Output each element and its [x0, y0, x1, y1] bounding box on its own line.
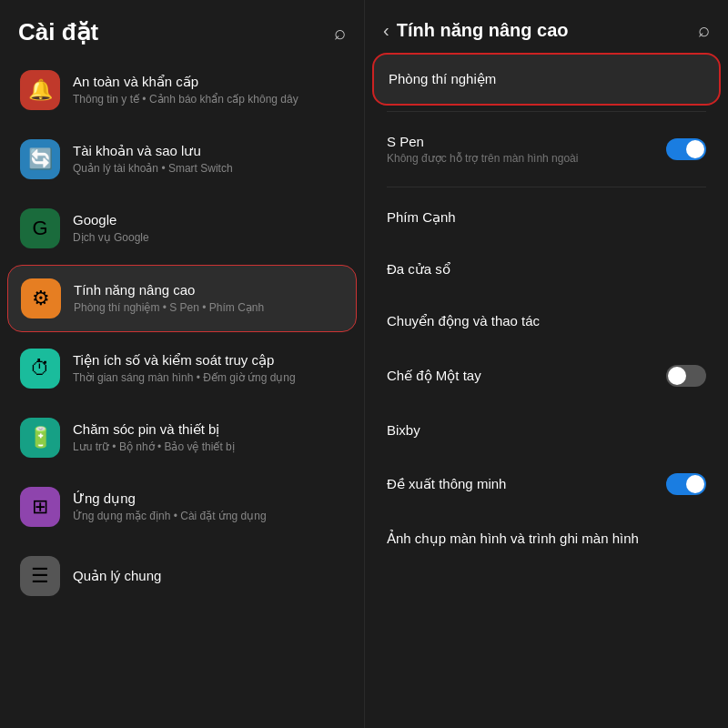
digital-subtitle: Thời gian sáng màn hình • Đếm giờ ứng dụ…: [73, 370, 296, 386]
right-panel-title: Tính năng nâng cao: [397, 20, 569, 41]
google-title: Google: [73, 211, 149, 229]
settings-item-advanced[interactable]: ⚙Tính năng nâng caoPhòng thí nghiệm • S …: [7, 265, 357, 332]
settings-item-battery[interactable]: 🔋Chăm sóc pin và thiết bịLưu trữ • Bộ nh…: [7, 405, 357, 470]
spen-title: S Pen: [387, 134, 578, 149]
right-item-edge[interactable]: Phím Cạnh: [372, 193, 721, 242]
settings-item-account[interactable]: 🔄Tài khoản và sao lưuQuản lý tài khoản •…: [7, 126, 357, 192]
spen-subtitle: Không được hỗ trợ trên màn hình ngoài: [387, 152, 578, 165]
suggest-title: Đề xuất thông minh: [387, 476, 506, 492]
left-panel: Cài đặt ⌕ 🔔An toàn và khẩn cấpThông tin …: [0, 0, 364, 728]
safety-subtitle: Thông tin y tế • Cảnh báo khẩn cấp không…: [73, 92, 298, 107]
suggest-text: Đề xuất thông minh: [387, 476, 506, 492]
right-item-suggest[interactable]: Đề xuất thông minh: [372, 457, 721, 511]
left-panel-title: Cài đặt: [18, 18, 98, 46]
divider-0: [387, 111, 706, 112]
settings-item-google[interactable]: GGoogleDịch vụ Google: [7, 196, 357, 261]
battery-subtitle: Lưu trữ • Bộ nhớ • Bảo vệ thiết bị: [73, 440, 235, 455]
left-header: Cài đặt ⌕: [0, 0, 364, 57]
general-text-group: Quản lý chung: [73, 567, 161, 585]
multiwindow-text: Đa cửa sổ: [387, 261, 450, 278]
google-subtitle: Dịch vụ Google: [73, 230, 149, 246]
multiwindow-title: Đa cửa sổ: [387, 261, 450, 278]
motion-text: Chuyển động và thao tác: [387, 313, 540, 329]
digital-text-group: Tiện ích số và kiểm soát truy cậpThời gi…: [73, 351, 296, 386]
right-header: ‹ Tính năng nâng cao ⌕: [365, 0, 728, 53]
google-text-group: GoogleDịch vụ Google: [73, 211, 149, 246]
safety-text-group: An toàn và khẩn cấpThông tin y tế • Cảnh…: [73, 73, 298, 107]
spen-toggle[interactable]: [666, 138, 706, 160]
account-subtitle: Quản lý tài khoản • Smart Switch: [73, 161, 233, 177]
settings-item-apps[interactable]: ⊞Ứng dụngỨng dụng mặc định • Cài đặt ứng…: [7, 474, 357, 540]
safety-title: An toàn và khẩn cấp: [73, 73, 298, 91]
general-title: Quản lý chung: [73, 567, 161, 585]
settings-item-general[interactable]: ☰Quản lý chung: [7, 543, 357, 609]
apps-icon: ⊞: [20, 487, 60, 527]
digital-title: Tiện ích số và kiểm soát truy cập: [73, 351, 296, 369]
google-icon: G: [20, 208, 60, 248]
right-search-button[interactable]: ⌕: [698, 18, 710, 42]
right-list: Phòng thí nghiệmS PenKhông được hỗ trợ t…: [365, 53, 728, 728]
lab-text: Phòng thí nghiệm: [389, 71, 496, 87]
spen-text: S PenKhông được hỗ trợ trên màn hình ngo…: [387, 134, 578, 165]
divider-1: [387, 187, 706, 187]
advanced-title: Tính năng nâng cao: [74, 281, 264, 299]
edge-text: Phím Cạnh: [387, 209, 456, 226]
account-icon: 🔄: [20, 139, 60, 179]
apps-text-group: Ứng dụngỨng dụng mặc định • Cài đặt ứng …: [73, 490, 267, 524]
right-item-lab[interactable]: Phòng thí nghiệm: [372, 53, 721, 106]
safety-icon: 🔔: [20, 70, 60, 110]
account-title: Tài khoản và sao lưu: [73, 142, 233, 160]
right-item-onehand[interactable]: Chế độ Một tay: [372, 349, 721, 403]
bixby-title: Bixby: [387, 422, 420, 438]
edge-title: Phím Cạnh: [387, 209, 456, 226]
settings-item-safety[interactable]: 🔔An toàn và khẩn cấpThông tin y tế • Cản…: [7, 57, 357, 123]
suggest-toggle[interactable]: [666, 473, 706, 495]
right-item-bixby[interactable]: Bixby: [372, 406, 721, 454]
lab-title: Phòng thí nghiệm: [389, 71, 496, 87]
advanced-icon: ⚙: [21, 278, 61, 318]
right-panel: ‹ Tính năng nâng cao ⌕ Phòng thí nghiệmS…: [364, 0, 728, 728]
digital-icon: ⏱: [20, 349, 60, 389]
right-item-spen[interactable]: S PenKhông được hỗ trợ trên màn hình ngo…: [372, 117, 721, 181]
bixby-text: Bixby: [387, 422, 420, 438]
suggest-toggle-knob: [686, 475, 704, 493]
settings-list: 🔔An toàn và khẩn cấpThông tin y tế • Cản…: [0, 57, 364, 728]
onehand-title: Chế độ Một tay: [387, 368, 481, 384]
battery-title: Chăm sóc pin và thiết bị: [73, 420, 235, 439]
apps-subtitle: Ứng dụng mặc định • Cài đặt ứng dụng: [73, 509, 267, 524]
screenshot-title: Ảnh chụp màn hình và trình ghi màn hình: [387, 531, 639, 547]
right-item-screenshot[interactable]: Ảnh chụp màn hình và trình ghi màn hình: [372, 514, 721, 563]
apps-title: Ứng dụng: [73, 490, 267, 508]
battery-icon: 🔋: [20, 418, 60, 458]
battery-text-group: Chăm sóc pin và thiết bịLưu trữ • Bộ nhớ…: [73, 420, 235, 455]
spen-toggle-knob: [686, 140, 704, 158]
onehand-toggle-knob: [668, 367, 686, 385]
onehand-toggle[interactable]: [666, 365, 706, 387]
settings-item-digital[interactable]: ⏱Tiện ích số và kiểm soát truy cậpThời g…: [7, 336, 357, 401]
right-item-motion[interactable]: Chuyển động và thao tác: [372, 297, 721, 346]
onehand-text: Chế độ Một tay: [387, 368, 481, 384]
left-search-button[interactable]: ⌕: [334, 21, 346, 45]
right-item-multiwindow[interactable]: Đa cửa sổ: [372, 245, 721, 294]
general-icon: ☰: [20, 556, 60, 596]
advanced-text-group: Tính năng nâng caoPhòng thí nghiệm • S P…: [74, 281, 264, 316]
account-text-group: Tài khoản và sao lưuQuản lý tài khoản • …: [73, 142, 233, 177]
screenshot-text: Ảnh chụp màn hình và trình ghi màn hình: [387, 531, 639, 547]
back-button[interactable]: ‹: [383, 20, 389, 41]
advanced-subtitle: Phòng thí nghiệm • S Pen • Phím Cạnh: [74, 300, 264, 316]
right-header-left: ‹ Tính năng nâng cao: [383, 20, 569, 41]
motion-title: Chuyển động và thao tác: [387, 313, 540, 329]
